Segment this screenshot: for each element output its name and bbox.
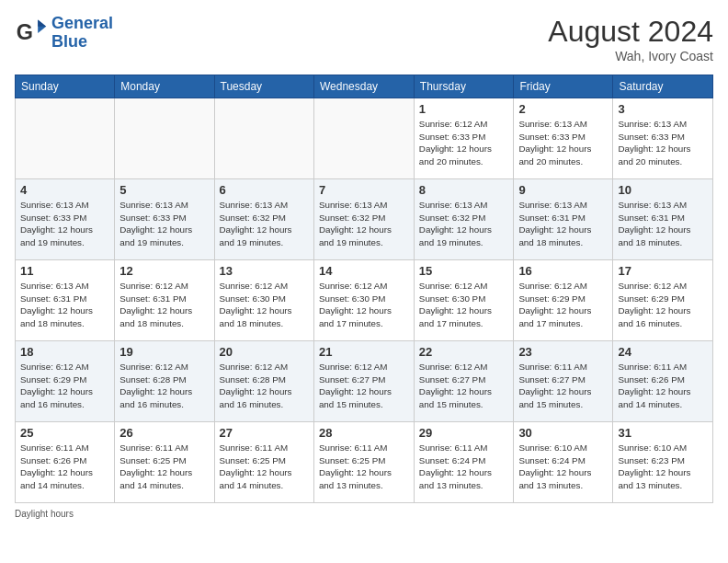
calendar-day-7: 7Sunrise: 6:13 AM Sunset: 6:32 PM Daylig… bbox=[313, 179, 414, 260]
day-number: 7 bbox=[319, 183, 409, 197]
calendar-day-18: 18Sunrise: 6:12 AM Sunset: 6:29 PM Dayli… bbox=[16, 341, 115, 422]
day-info: Sunrise: 6:12 AM Sunset: 6:27 PM Dayligh… bbox=[419, 361, 509, 411]
day-info: Sunrise: 6:12 AM Sunset: 6:28 PM Dayligh… bbox=[119, 361, 209, 411]
page-header: G General Blue August 2024 Wah, Ivory Co… bbox=[15, 15, 713, 63]
day-number: 13 bbox=[220, 264, 309, 278]
day-number: 10 bbox=[618, 183, 708, 197]
day-number: 26 bbox=[119, 426, 209, 440]
calendar-day-27: 27Sunrise: 6:11 AM Sunset: 6:25 PM Dayli… bbox=[214, 422, 313, 503]
calendar-week-row: 1Sunrise: 6:12 AM Sunset: 6:33 PM Daylig… bbox=[16, 98, 713, 179]
logo-icon: G bbox=[15, 17, 48, 50]
day-info: Sunrise: 6:10 AM Sunset: 6:24 PM Dayligh… bbox=[518, 442, 608, 492]
day-info: Sunrise: 6:12 AM Sunset: 6:29 PM Dayligh… bbox=[618, 280, 708, 330]
calendar-day-22: 22Sunrise: 6:12 AM Sunset: 6:27 PM Dayli… bbox=[414, 341, 514, 422]
svg-text:G: G bbox=[17, 20, 33, 44]
col-header-wednesday: Wednesday bbox=[313, 75, 414, 98]
calendar-week-row: 18Sunrise: 6:12 AM Sunset: 6:29 PM Dayli… bbox=[16, 341, 713, 422]
calendar-day-31: 31Sunrise: 6:10 AM Sunset: 6:23 PM Dayli… bbox=[613, 422, 713, 503]
day-number: 20 bbox=[220, 345, 309, 359]
daylight-label: Daylight hours bbox=[15, 509, 74, 519]
calendar-day-16: 16Sunrise: 6:12 AM Sunset: 6:29 PM Dayli… bbox=[514, 260, 613, 341]
day-number: 14 bbox=[319, 264, 409, 278]
calendar-day-10: 10Sunrise: 6:13 AM Sunset: 6:31 PM Dayli… bbox=[613, 179, 713, 260]
day-info: Sunrise: 6:11 AM Sunset: 6:26 PM Dayligh… bbox=[618, 361, 708, 411]
logo-text-blue: Blue bbox=[51, 33, 113, 52]
day-number: 21 bbox=[319, 345, 409, 359]
calendar-empty-cell bbox=[214, 98, 313, 179]
calendar-day-19: 19Sunrise: 6:12 AM Sunset: 6:28 PM Dayli… bbox=[115, 341, 214, 422]
day-number: 25 bbox=[20, 426, 109, 440]
col-header-friday: Friday bbox=[514, 75, 613, 98]
day-info: Sunrise: 6:11 AM Sunset: 6:25 PM Dayligh… bbox=[220, 442, 309, 492]
calendar-day-9: 9Sunrise: 6:13 AM Sunset: 6:31 PM Daylig… bbox=[514, 179, 613, 260]
logo-text-general: General bbox=[51, 15, 113, 33]
calendar-day-26: 26Sunrise: 6:11 AM Sunset: 6:25 PM Dayli… bbox=[115, 422, 214, 503]
calendar-day-30: 30Sunrise: 6:10 AM Sunset: 6:24 PM Dayli… bbox=[514, 422, 613, 503]
col-header-tuesday: Tuesday bbox=[214, 75, 313, 98]
footer: Daylight hours bbox=[15, 509, 713, 519]
day-number: 27 bbox=[220, 426, 309, 440]
day-number: 24 bbox=[618, 345, 708, 359]
day-number: 9 bbox=[518, 183, 608, 197]
day-number: 17 bbox=[618, 264, 708, 278]
calendar-table: SundayMondayTuesdayWednesdayThursdayFrid… bbox=[15, 75, 713, 503]
day-number: 1 bbox=[419, 102, 509, 116]
col-header-monday: Monday bbox=[115, 75, 214, 98]
day-info: Sunrise: 6:13 AM Sunset: 6:31 PM Dayligh… bbox=[518, 199, 608, 249]
day-info: Sunrise: 6:12 AM Sunset: 6:29 PM Dayligh… bbox=[20, 361, 109, 411]
day-number: 6 bbox=[220, 183, 309, 197]
calendar-week-row: 4Sunrise: 6:13 AM Sunset: 6:33 PM Daylig… bbox=[16, 179, 713, 260]
calendar-day-17: 17Sunrise: 6:12 AM Sunset: 6:29 PM Dayli… bbox=[613, 260, 713, 341]
day-number: 2 bbox=[518, 102, 608, 116]
day-number: 22 bbox=[419, 345, 509, 359]
calendar-day-1: 1Sunrise: 6:12 AM Sunset: 6:33 PM Daylig… bbox=[414, 98, 514, 179]
day-number: 3 bbox=[618, 102, 708, 116]
calendar-day-29: 29Sunrise: 6:11 AM Sunset: 6:24 PM Dayli… bbox=[414, 422, 514, 503]
day-info: Sunrise: 6:11 AM Sunset: 6:26 PM Dayligh… bbox=[20, 442, 109, 492]
logo: G General Blue bbox=[15, 15, 113, 52]
calendar-day-4: 4Sunrise: 6:13 AM Sunset: 6:33 PM Daylig… bbox=[16, 179, 115, 260]
col-header-sunday: Sunday bbox=[16, 75, 115, 98]
calendar-day-24: 24Sunrise: 6:11 AM Sunset: 6:26 PM Dayli… bbox=[613, 341, 713, 422]
day-number: 19 bbox=[119, 345, 209, 359]
day-info: Sunrise: 6:10 AM Sunset: 6:23 PM Dayligh… bbox=[618, 442, 708, 492]
day-info: Sunrise: 6:12 AM Sunset: 6:30 PM Dayligh… bbox=[419, 280, 509, 330]
day-info: Sunrise: 6:13 AM Sunset: 6:31 PM Dayligh… bbox=[618, 199, 708, 249]
calendar-day-6: 6Sunrise: 6:13 AM Sunset: 6:32 PM Daylig… bbox=[214, 179, 313, 260]
calendar-day-28: 28Sunrise: 6:11 AM Sunset: 6:25 PM Dayli… bbox=[313, 422, 414, 503]
calendar-week-row: 25Sunrise: 6:11 AM Sunset: 6:26 PM Dayli… bbox=[16, 422, 713, 503]
day-number: 23 bbox=[518, 345, 608, 359]
day-info: Sunrise: 6:13 AM Sunset: 6:33 PM Dayligh… bbox=[518, 118, 608, 168]
day-info: Sunrise: 6:13 AM Sunset: 6:33 PM Dayligh… bbox=[119, 199, 209, 249]
day-info: Sunrise: 6:13 AM Sunset: 6:32 PM Dayligh… bbox=[319, 199, 409, 249]
calendar-empty-cell bbox=[313, 98, 414, 179]
day-info: Sunrise: 6:11 AM Sunset: 6:25 PM Dayligh… bbox=[119, 442, 209, 492]
day-number: 31 bbox=[618, 426, 708, 440]
day-number: 15 bbox=[419, 264, 509, 278]
calendar-day-2: 2Sunrise: 6:13 AM Sunset: 6:33 PM Daylig… bbox=[514, 98, 613, 179]
col-header-thursday: Thursday bbox=[414, 75, 514, 98]
day-info: Sunrise: 6:11 AM Sunset: 6:24 PM Dayligh… bbox=[419, 442, 509, 492]
calendar-day-23: 23Sunrise: 6:11 AM Sunset: 6:27 PM Dayli… bbox=[514, 341, 613, 422]
day-info: Sunrise: 6:13 AM Sunset: 6:31 PM Dayligh… bbox=[20, 280, 109, 330]
calendar-day-3: 3Sunrise: 6:13 AM Sunset: 6:33 PM Daylig… bbox=[613, 98, 713, 179]
calendar-day-20: 20Sunrise: 6:12 AM Sunset: 6:28 PM Dayli… bbox=[214, 341, 313, 422]
calendar-day-11: 11Sunrise: 6:13 AM Sunset: 6:31 PM Dayli… bbox=[16, 260, 115, 341]
day-number: 4 bbox=[20, 183, 109, 197]
calendar-day-25: 25Sunrise: 6:11 AM Sunset: 6:26 PM Dayli… bbox=[16, 422, 115, 503]
calendar-header-row: SundayMondayTuesdayWednesdayThursdayFrid… bbox=[16, 75, 713, 98]
day-number: 8 bbox=[419, 183, 509, 197]
day-info: Sunrise: 6:12 AM Sunset: 6:31 PM Dayligh… bbox=[119, 280, 209, 330]
calendar-day-13: 13Sunrise: 6:12 AM Sunset: 6:30 PM Dayli… bbox=[214, 260, 313, 341]
day-number: 12 bbox=[119, 264, 209, 278]
day-number: 5 bbox=[119, 183, 209, 197]
day-number: 16 bbox=[518, 264, 608, 278]
day-info: Sunrise: 6:13 AM Sunset: 6:32 PM Dayligh… bbox=[419, 199, 509, 249]
calendar-empty-cell bbox=[115, 98, 214, 179]
day-info: Sunrise: 6:12 AM Sunset: 6:30 PM Dayligh… bbox=[220, 280, 309, 330]
day-info: Sunrise: 6:12 AM Sunset: 6:30 PM Dayligh… bbox=[319, 280, 409, 330]
calendar-day-12: 12Sunrise: 6:12 AM Sunset: 6:31 PM Dayli… bbox=[115, 260, 214, 341]
day-info: Sunrise: 6:12 AM Sunset: 6:29 PM Dayligh… bbox=[518, 280, 608, 330]
day-number: 11 bbox=[20, 264, 109, 278]
day-number: 28 bbox=[319, 426, 409, 440]
